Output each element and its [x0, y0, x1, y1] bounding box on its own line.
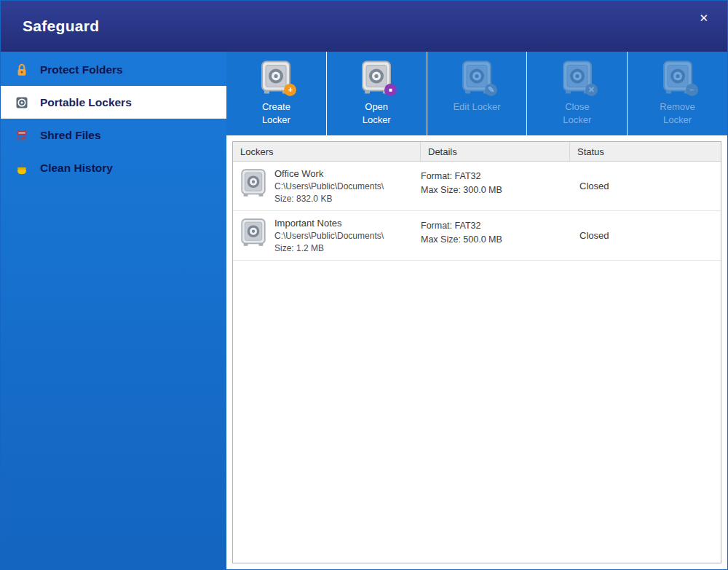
details-cell: Format: FAT32 Max Size: 500.0 MB	[421, 216, 570, 255]
safe-icon: –	[660, 60, 695, 95]
close-locker-button[interactable]: ✕ Close Locker	[527, 52, 628, 135]
locker-cell: Important Notes C:\Users\Public\Document…	[233, 216, 421, 255]
close-button[interactable]: ✕	[695, 9, 713, 26]
locker-format: Format: FAT32	[421, 170, 570, 183]
locker-toolbar: + Create Locker ■ Open Locker ✎	[226, 52, 727, 135]
sidebar: Protect Folders Portable Lockers Shred F…	[1, 52, 226, 569]
locker-name: Office Work	[274, 167, 384, 181]
column-header-lockers[interactable]: Lockers	[233, 142, 421, 161]
toolbar-button-label: Remove Locker	[652, 100, 704, 127]
content-area: Lockers Details Status Office Work C:\Us…	[226, 135, 727, 569]
remove-locker-button[interactable]: – Remove Locker	[628, 52, 727, 135]
remove-badge-icon: –	[686, 84, 698, 96]
column-header-status[interactable]: Status	[570, 142, 721, 161]
edit-badge-icon: ✎	[485, 84, 497, 96]
safe-icon: ■	[359, 60, 394, 95]
status-badge: Closed	[579, 181, 609, 191]
titlebar: Safeguard ✕	[1, 1, 727, 52]
toolbar-button-label: Open Locker	[350, 100, 403, 127]
locker-name: Important Notes	[274, 217, 384, 230]
shredder-icon	[14, 127, 30, 143]
status-cell: Closed	[570, 167, 721, 205]
lockers-panel: Lockers Details Status Office Work C:\Us…	[232, 141, 721, 563]
sidebar-item-protect-folders[interactable]: Protect Folders	[1, 53, 226, 86]
safe-icon	[239, 218, 268, 247]
toolbar-button-label: Close Locker	[551, 100, 604, 127]
details-cell: Format: FAT32 Max Size: 300.0 MB	[421, 167, 570, 205]
edit-locker-button[interactable]: ✎ Edit Locker	[427, 52, 528, 135]
column-header-details[interactable]: Details	[421, 142, 570, 161]
sidebar-item-label: Protect Folders	[40, 63, 123, 76]
sidebar-item-portable-lockers[interactable]: Portable Lockers	[1, 86, 226, 119]
locker-max-size: Max Size: 300.0 MB	[421, 183, 570, 197]
locker-cell: Office Work C:\Users\Public\Documents\ S…	[233, 167, 421, 205]
toolbar-button-label: Create Locker	[250, 100, 302, 127]
status-cell: Closed	[570, 216, 721, 255]
sidebar-item-label: Portable Lockers	[40, 96, 132, 109]
safe-icon: ✎	[459, 60, 494, 95]
create-locker-button[interactable]: + Create Locker	[226, 52, 327, 135]
sidebar-item-label: Clean History	[40, 162, 113, 175]
lock-icon	[14, 62, 30, 78]
locker-max-size: Max Size: 500.0 MB	[421, 233, 570, 247]
locker-format: Format: FAT32	[421, 219, 570, 233]
brush-icon	[14, 160, 30, 176]
sidebar-item-clean-history[interactable]: Clean History	[1, 151, 226, 184]
locker-icon	[14, 95, 30, 111]
safe-icon: ✕	[560, 60, 595, 95]
open-badge-icon: ■	[384, 84, 397, 96]
plus-badge-icon: +	[284, 84, 296, 96]
table-row[interactable]: Important Notes C:\Users\Public\Document…	[233, 211, 721, 261]
table-header: Lockers Details Status	[233, 142, 721, 162]
safe-icon	[239, 168, 268, 197]
window-title: Safeguard	[23, 17, 99, 35]
locker-path: C:\Users\Public\Documents\	[274, 181, 384, 193]
locker-size: Size: 832.0 KB	[274, 193, 384, 205]
locker-size: Size: 1.2 MB	[274, 242, 384, 255]
locker-path: C:\Users\Public\Documents\	[274, 230, 384, 242]
sidebar-item-shred-files[interactable]: Shred Files	[1, 119, 226, 151]
app-window: Safeguard ✕ Protect Folders Portable Loc…	[0, 0, 728, 570]
open-locker-button[interactable]: ■ Open Locker	[327, 52, 427, 135]
table-row[interactable]: Office Work C:\Users\Public\Documents\ S…	[233, 162, 721, 211]
sidebar-item-label: Shred Files	[40, 129, 101, 142]
close-badge-icon: ✕	[585, 84, 598, 96]
toolbar-button-label: Edit Locker	[451, 100, 503, 114]
table-body: Office Work C:\Users\Public\Documents\ S…	[233, 162, 721, 563]
safe-icon: +	[258, 60, 293, 95]
status-badge: Closed	[579, 230, 609, 241]
